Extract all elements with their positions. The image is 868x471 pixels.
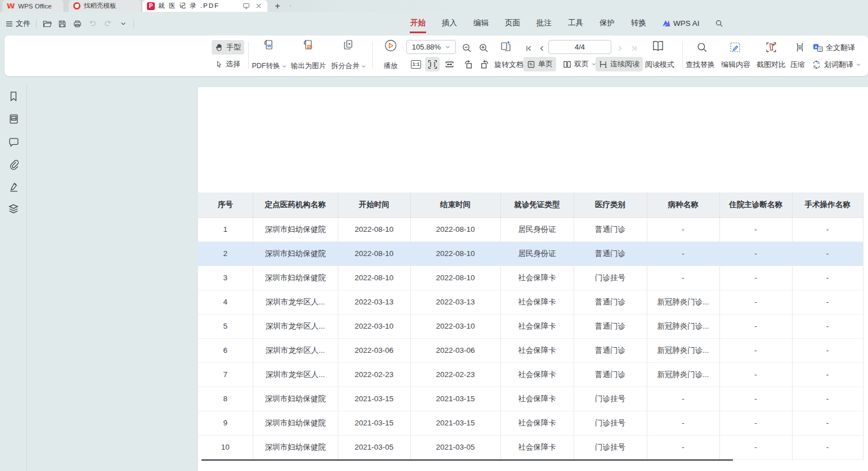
first-page-button[interactable]: [523, 41, 535, 56]
table-cell: 深圳市妇幼保健院: [253, 411, 338, 435]
menu-convert[interactable]: 转换: [630, 17, 647, 29]
rotate-document-label[interactable]: 旋转文档: [494, 60, 524, 70]
fit-width-button[interactable]: [442, 57, 457, 71]
rotate-left-button[interactable]: [460, 57, 475, 71]
tab-list-chevron-icon[interactable]: [285, 0, 296, 12]
hand-tool-button[interactable]: 手型: [212, 40, 244, 55]
table-cell: -: [647, 217, 719, 241]
pdf-convert-button[interactable]: W PDF转换: [251, 39, 287, 71]
zoom-level-select[interactable]: 105.88%: [406, 40, 456, 54]
table-row[interactable]: 8深圳市妇幼保健院2021-03-152021-03-15社会保障卡门诊挂号--…: [198, 387, 863, 411]
table-row[interactable]: 7深圳市龙华区人...2022-02-232022-02-23社会保障卡普通门诊…: [198, 362, 863, 387]
thumbnail-panel-button[interactable]: [7, 112, 20, 125]
tab-wps-office[interactable]: W WPS Office: [2, 0, 64, 12]
rotate-right-button[interactable]: [477, 57, 492, 71]
column-header: 序号: [198, 192, 253, 217]
column-header: 病种名称: [647, 192, 719, 217]
menu-protect[interactable]: 保护: [599, 17, 615, 29]
table-body: 1深圳市妇幼保健院2022-08-102022-08-10居民身份证普通门诊--…: [198, 217, 863, 459]
comment-panel-button[interactable]: [7, 135, 20, 149]
attachment-panel-button[interactable]: [7, 158, 20, 171]
undo-icon[interactable]: [88, 19, 97, 29]
menu-edit[interactable]: 编辑: [473, 17, 489, 29]
monitor-icon[interactable]: [241, 2, 250, 11]
double-page-button[interactable]: 双页: [560, 57, 599, 71]
continuous-read-button[interactable]: 连续阅读: [596, 57, 643, 71]
table-row[interactable]: 9深圳市妇幼保健院2021-03-152021-03-15社会保障卡门诊挂号--…: [198, 411, 863, 435]
screenshot-compare-icon[interactable]: [764, 40, 778, 55]
edit-content-icon[interactable]: [728, 40, 742, 55]
edit-content-label[interactable]: 编辑内容: [721, 60, 750, 70]
full-text-translate-button[interactable]: A字 全文翻译: [809, 41, 858, 55]
divider: [682, 42, 683, 69]
rotate-pages-icon[interactable]: [499, 39, 513, 54]
split-merge-button[interactable]: 拆分合并: [330, 39, 367, 71]
table-cell: 2022-03-10: [338, 314, 410, 338]
table-cell: 2021-03-15: [410, 411, 500, 435]
find-replace-icon[interactable]: [695, 40, 709, 55]
menu-home[interactable]: 开始: [410, 17, 426, 29]
fit-page-button[interactable]: [425, 57, 440, 71]
single-page-button[interactable]: 单页: [524, 57, 556, 71]
table-cell: -: [719, 266, 792, 290]
actual-size-button[interactable]: 1:1: [409, 57, 423, 71]
compress-label[interactable]: 压缩: [790, 60, 805, 70]
menu-tools[interactable]: 工具: [567, 17, 584, 29]
zoom-out-button[interactable]: [459, 41, 474, 55]
table-cell: 新冠肺炎门诊...: [647, 314, 719, 338]
table-row[interactable]: 2深圳市妇幼保健院2022-08-102022-08-10居民身份证普通门诊--…: [198, 241, 863, 266]
zoom-in-button[interactable]: [476, 41, 491, 55]
menu-insert[interactable]: 插入: [441, 17, 458, 29]
new-tab-button[interactable]: +: [271, 0, 284, 12]
select-tool-button[interactable]: 选择: [212, 57, 244, 71]
tab-document-pdf[interactable]: P 就 医 记 录 .PDF: [142, 0, 267, 12]
table-cell: 门诊挂号: [574, 266, 647, 290]
table-cell: 门诊挂号: [574, 435, 647, 459]
play-slideshow-button[interactable]: 播放: [378, 39, 403, 71]
table-cell: 2022-03-10: [410, 314, 500, 338]
table-cell: 2022-08-10: [410, 266, 500, 290]
bookmark-panel-button[interactable]: [7, 90, 20, 104]
export-as-image-button[interactable]: 输出为图片: [289, 39, 328, 71]
read-mode-label[interactable]: 阅读模式: [645, 60, 674, 70]
table-row[interactable]: 6深圳市龙华区人...2022-03-062022-03-06社会保障卡普通门诊…: [198, 338, 863, 362]
comment-icon: [8, 137, 19, 147]
signature-panel-button[interactable]: [7, 180, 20, 194]
table-cell: 1: [198, 217, 253, 241]
compress-icon[interactable]: [793, 40, 807, 55]
table-cell: 深圳市妇幼保健院: [253, 217, 338, 241]
table-cell: 居民身份证: [500, 217, 574, 241]
file-menu-button[interactable]: 文件: [6, 19, 30, 29]
table-row[interactable]: 5深圳市龙华区人...2022-03-102022-03-10社会保障卡普通门诊…: [198, 314, 863, 338]
menubar-search-icon[interactable]: [715, 19, 723, 28]
table-cell: 社会保障卡: [500, 362, 574, 387]
menu-comment[interactable]: 批注: [536, 17, 552, 29]
menu-wps-ai[interactable]: WPS AI: [662, 19, 700, 28]
find-replace-label[interactable]: 查找替换: [686, 60, 715, 70]
menu-page[interactable]: 页面: [504, 17, 521, 29]
table-cell: -: [647, 387, 719, 411]
print-icon[interactable]: [73, 19, 82, 29]
tab-docer-templates[interactable]: 找稻壳模板: [69, 0, 142, 12]
last-page-button[interactable]: [628, 41, 640, 56]
previous-page-button[interactable]: [536, 41, 547, 56]
open-file-icon[interactable]: [42, 19, 52, 29]
quickbar-chevron-icon[interactable]: [118, 19, 128, 29]
table-cell: 2021-03-15: [410, 387, 500, 411]
screenshot-compare-label[interactable]: 截图对比: [757, 60, 786, 70]
read-mode-icon[interactable]: [651, 39, 665, 53]
word-translate-button[interactable]: A文 划词翻译: [808, 57, 864, 72]
layers-panel-button[interactable]: [7, 202, 20, 216]
wps-ai-logo-icon: [662, 20, 670, 27]
rotate-left-icon: [463, 60, 473, 69]
save-icon[interactable]: [57, 19, 67, 29]
table-row[interactable]: 1深圳市妇幼保健院2022-08-102022-08-10居民身份证普通门诊--…: [198, 217, 863, 241]
redo-icon[interactable]: [103, 19, 113, 29]
next-page-button[interactable]: [615, 41, 626, 56]
table-row[interactable]: 3深圳市妇幼保健院2022-08-102022-08-10社会保障卡门诊挂号--…: [198, 266, 863, 290]
table-row[interactable]: 4深圳市龙华区人...2022-03-132022-03-13社会保障卡普通门诊…: [198, 290, 863, 314]
page-number-input[interactable]: 4/4: [548, 40, 611, 54]
table-row[interactable]: 10深圳市妇幼保健院2021-03-052021-03-05社会保障卡门诊挂号-…: [198, 435, 863, 459]
svg-text:A: A: [815, 45, 817, 49]
close-tab-icon[interactable]: [254, 2, 263, 11]
